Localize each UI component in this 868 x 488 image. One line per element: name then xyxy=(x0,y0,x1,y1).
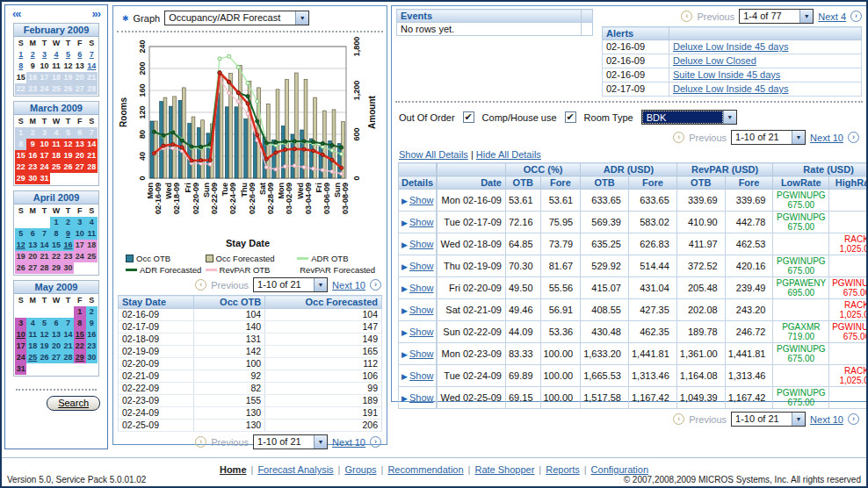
column-header-stay-date[interactable]: Stay Date xyxy=(119,296,194,309)
show-details-link[interactable]: Show xyxy=(409,370,434,381)
next-link[interactable]: Next 10 xyxy=(810,414,843,425)
calendar-day[interactable]: 21 xyxy=(39,251,50,262)
calendar-day[interactable]: 12 xyxy=(62,61,74,72)
calendar-day[interactable]: 23 xyxy=(62,251,74,262)
calendar-day[interactable]: 23 xyxy=(26,161,38,173)
alert-link[interactable]: Suite Low Inside 45 days xyxy=(673,69,780,80)
show-all-details-link[interactable]: Show All Details xyxy=(399,149,468,160)
show-details-link[interactable]: Show xyxy=(409,283,434,293)
show-details-link[interactable]: Show xyxy=(409,195,434,205)
calendar-day[interactable]: 28 xyxy=(86,83,98,95)
calendar-day[interactable]: 26 xyxy=(39,352,50,363)
calendar-day[interactable]: 10 xyxy=(39,139,50,150)
calendar-day[interactable]: 2 xyxy=(62,217,74,228)
calendar-day[interactable]: 6 xyxy=(74,49,85,61)
calendar-day[interactable]: 15 xyxy=(74,329,85,341)
calendar-day[interactable]: 22 xyxy=(15,161,26,173)
footer-link-configuration[interactable]: Configuration xyxy=(591,464,648,475)
calendar-day[interactable]: 27 xyxy=(50,352,61,363)
calendar-day[interactable]: 13 xyxy=(74,139,85,150)
calendar-day[interactable]: 8 xyxy=(15,139,26,150)
calendar-day[interactable]: 16 xyxy=(26,150,38,161)
calendar-day[interactable]: 29 xyxy=(74,352,85,363)
calendar-day[interactable]: 10 xyxy=(39,61,50,72)
calendar-day[interactable]: 14 xyxy=(39,240,50,251)
calendar-day[interactable]: 13 xyxy=(74,61,85,72)
page-range-select[interactable]: 1-10 of 21 ▼ xyxy=(731,412,806,427)
next-link[interactable]: Next 4 xyxy=(818,11,846,22)
next-icon[interactable]: › xyxy=(848,132,859,143)
calendar-next-icon[interactable]: »› xyxy=(91,7,100,20)
calendar-day[interactable]: 10 xyxy=(15,329,26,341)
footer-link-recommendation[interactable]: Recommendation xyxy=(387,464,463,475)
calendar-day[interactable]: 23 xyxy=(26,83,38,95)
column-header-adr-fore[interactable]: Fore xyxy=(628,176,676,190)
comp-house-checkbox[interactable]: ✔ xyxy=(565,111,576,123)
calendar-day[interactable]: 19 xyxy=(15,251,26,262)
calendar-day[interactable]: 24 xyxy=(15,352,26,363)
calendar-day[interactable]: 16 xyxy=(62,240,74,251)
calendar-day[interactable]: 11 xyxy=(26,329,38,341)
graph-type-select[interactable]: Occupancy/ADR Forecast ▼ xyxy=(164,11,309,25)
column-header-highrate[interactable]: HighRate xyxy=(829,176,868,190)
calendar-day[interactable]: 13 xyxy=(26,240,38,251)
alert-link[interactable]: Deluxe Low Inside 45 days xyxy=(673,83,788,94)
page-range-select[interactable]: 1-10 of 21 ▼ xyxy=(731,130,806,145)
footer-link-groups[interactable]: Groups xyxy=(344,464,376,475)
next-icon[interactable]: › xyxy=(370,279,381,291)
calendar-day[interactable]: 5 xyxy=(15,228,26,240)
calendar-day[interactable]: 26 xyxy=(62,161,74,173)
show-details-link[interactable]: Show xyxy=(409,217,434,227)
calendar-day[interactable]: 12 xyxy=(62,139,74,150)
next-link[interactable]: Next 10 xyxy=(332,437,365,448)
calendar-day[interactable]: 1 xyxy=(74,306,85,318)
calendar-day[interactable]: 24 xyxy=(74,251,85,262)
calendar-day[interactable]: 23 xyxy=(86,341,98,352)
out-of-order-checkbox[interactable]: ✔ xyxy=(463,111,474,123)
calendar-prev-icon[interactable]: ‹« xyxy=(12,7,21,20)
show-details-link[interactable]: Show xyxy=(409,348,434,359)
calendar-day[interactable]: 17 xyxy=(39,150,50,161)
calendar-day[interactable]: 6 xyxy=(74,127,85,139)
calendar-day[interactable]: 25 xyxy=(50,83,61,95)
column-header-date[interactable]: Date xyxy=(438,176,506,190)
column-header-occ-forecasted[interactable]: Occ Forecasted xyxy=(265,296,382,309)
calendar-day[interactable]: 5 xyxy=(39,318,50,329)
calendar-day[interactable]: 4 xyxy=(86,217,98,228)
calendar-day[interactable]: 7 xyxy=(86,127,98,139)
calendar-day[interactable]: 18 xyxy=(86,240,98,251)
calendar-day[interactable]: 25 xyxy=(26,352,38,363)
calendar-day[interactable]: 12 xyxy=(39,329,50,341)
show-details-link[interactable]: Show xyxy=(409,239,434,249)
calendar-day[interactable]: 31 xyxy=(15,363,26,375)
calendar-day[interactable]: 29 xyxy=(50,262,61,274)
calendar-day[interactable]: 31 xyxy=(39,173,50,184)
calendar-day[interactable]: 20 xyxy=(26,251,38,262)
show-details-link[interactable]: Show xyxy=(409,261,434,271)
page-range-select[interactable]: 1-10 of 21 ▼ xyxy=(253,277,328,292)
calendar-day[interactable]: 6 xyxy=(26,228,38,240)
calendar-day[interactable]: 25 xyxy=(86,251,98,262)
calendar-day[interactable]: 20 xyxy=(74,72,85,83)
calendar-day[interactable]: 10 xyxy=(74,228,85,240)
calendar-day[interactable]: 2 xyxy=(26,49,38,61)
column-header-details[interactable]: Details xyxy=(399,176,437,190)
calendar-day[interactable]: 22 xyxy=(74,341,85,352)
show-details-link[interactable]: Show xyxy=(409,305,434,315)
calendar-day[interactable]: 28 xyxy=(39,262,50,274)
calendar-day[interactable]: 5 xyxy=(62,49,74,61)
show-details-link[interactable]: Show xyxy=(409,392,434,403)
calendar-day[interactable]: 1 xyxy=(50,217,61,228)
calendar-day[interactable]: 28 xyxy=(62,352,74,363)
page-range-select[interactable]: 1-4 of 77 ▼ xyxy=(739,9,814,24)
calendar-day[interactable]: 7 xyxy=(39,228,50,240)
calendar-day[interactable]: 16 xyxy=(26,72,38,83)
calendar-day[interactable]: 20 xyxy=(50,341,61,352)
footer-link-home[interactable]: Home xyxy=(220,464,247,475)
calendar-day[interactable]: 11 xyxy=(86,228,98,240)
next-link[interactable]: Next 10 xyxy=(332,280,365,291)
calendar-day[interactable]: 3 xyxy=(15,318,26,329)
calendar-day[interactable]: 11 xyxy=(50,139,61,150)
calendar-day[interactable]: 13 xyxy=(50,329,61,341)
footer-link-rate-shopper[interactable]: Rate Shopper xyxy=(474,464,534,475)
